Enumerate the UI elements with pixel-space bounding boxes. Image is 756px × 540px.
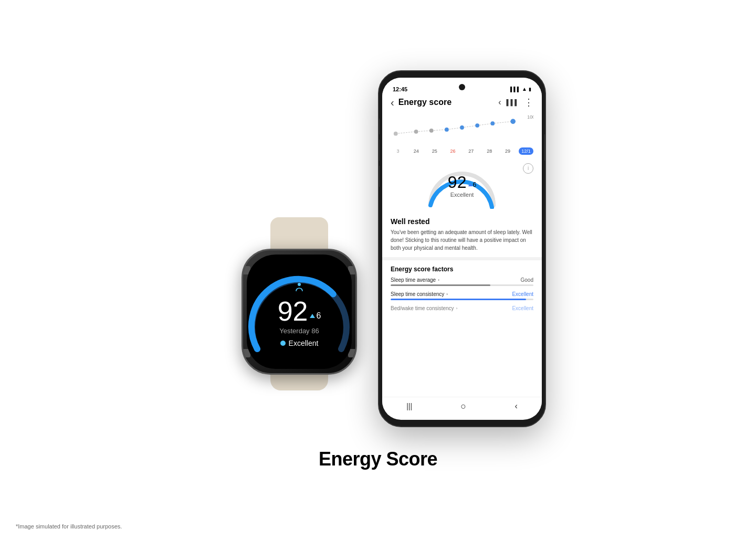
chart-date: 29 (500, 149, 515, 154)
chevron-icon: › (438, 278, 439, 282)
factor-sleep-time-consistency[interactable]: Sleep time consistency › Excellent (391, 291, 533, 300)
nav-home-icon[interactable]: ○ (460, 401, 466, 412)
chevron-icon-2: › (446, 292, 448, 297)
watch-score-row: 92 6 (278, 298, 321, 325)
gauge-center: 92 6 Excellent (448, 174, 476, 198)
chart-date: 3 (391, 149, 405, 154)
svg-point-4 (445, 128, 449, 132)
info-button[interactable]: i (523, 163, 533, 174)
svg-point-2 (414, 129, 418, 133)
chart-date: 24 (409, 149, 424, 154)
nav-back-icon[interactable]: ‹ (515, 401, 518, 411)
svg-point-1 (394, 131, 398, 135)
svg-text:100: 100 (527, 114, 533, 119)
factor-name-3: Bed/wake time consistency › (391, 305, 457, 311)
page-disclaimer: *Image simulated for illustrated purpose… (16, 523, 122, 530)
page-title: Energy Score (319, 448, 437, 470)
chart-button[interactable]: ▌▌▌ (507, 99, 519, 105)
gauge-delta: 6 (468, 181, 476, 188)
well-rested-title: Well rested (391, 217, 533, 226)
watch-status-dot-icon (280, 341, 286, 346)
watch-status-text: Excellent (289, 339, 319, 347)
chart-area: 100 3 24 25 26 27 28 29 12/1 (382, 112, 542, 159)
main-container: 92 6 Yesterday 86 (0, 0, 756, 540)
phone-silent-button (378, 119, 380, 134)
trend-chart: 100 (391, 112, 533, 143)
watch-delta-num: 6 (316, 311, 321, 321)
factors-title: Energy score factors (391, 266, 533, 273)
page-title-section: Energy Score (319, 448, 437, 470)
svg-point-5 (460, 125, 464, 130)
status-icons: ▌▌▌ ▲ ▮ (510, 86, 531, 92)
watch-score-main: 92 (278, 298, 308, 325)
menu-button[interactable]: ⋮ (524, 97, 533, 108)
chevron-icon-3: › (456, 306, 458, 311)
app-header: ‹ Energy score ‹ ▌▌▌ ⋮ (382, 94, 542, 112)
share-button[interactable]: ‹ (498, 98, 501, 107)
factor-value-3: Excellent (512, 305, 533, 311)
app-header-title: Energy score (398, 98, 452, 107)
factor-sleep-time-average[interactable]: Sleep time average › Good (391, 277, 533, 286)
svg-point-0 (298, 283, 301, 286)
factor-bar-1 (391, 284, 533, 286)
camera-notch (459, 84, 465, 90)
factor-bar-fill-2 (391, 299, 526, 300)
svg-point-7 (490, 121, 495, 125)
chart-date: 25 (427, 149, 442, 154)
factor-value-1: Good (521, 277, 533, 283)
gauge-wrapper: 92 6 Excellent (423, 164, 501, 209)
factor-bar-2 (391, 299, 533, 300)
battery-icon: ▮ (529, 87, 531, 92)
gauge-score-num: 92 (448, 174, 467, 190)
watch-delta-arrow-icon (310, 314, 315, 318)
svg-point-8 (510, 119, 516, 124)
nav-bar: ||| ○ ‹ (382, 397, 542, 416)
nav-menu-icon[interactable]: ||| (406, 402, 412, 410)
factor-row-1: Sleep time average › Good (391, 277, 533, 283)
chart-date-today: 12/1 (519, 147, 533, 155)
watch-yesterday: Yesterday 86 (279, 327, 319, 335)
gauge-up-arrow-icon (468, 183, 472, 186)
svg-point-6 (475, 123, 479, 128)
wifi-icon: ▲ (522, 86, 527, 92)
chart-date: 28 (482, 149, 497, 154)
factor-bar-fill-1 (391, 284, 490, 286)
phone-volume-up-button (378, 140, 380, 161)
factor-row-3: Bed/wake time consistency › Excellent (391, 305, 533, 311)
devices-area: 92 6 Yesterday 86 (210, 70, 546, 427)
watch-status-row: Excellent (280, 339, 319, 347)
signal-icon: ▌▌▌ (510, 87, 520, 92)
well-rested-description: You've been getting an adequate amount o… (391, 228, 533, 252)
factor-row-2: Sleep time consistency › Excellent (391, 291, 533, 297)
gauge-label: Excellent (448, 192, 476, 198)
factor-name-2: Sleep time consistency › (391, 291, 448, 297)
svg-point-3 (429, 128, 434, 132)
watch-score-delta: 6 (310, 311, 321, 321)
header-left: ‹ Energy score (391, 97, 452, 109)
watch-content: 92 6 Yesterday 86 (278, 281, 321, 347)
chart-dates: 3 24 25 26 27 28 29 12/1 (391, 147, 533, 155)
phone-screen: 12:45 ▌▌▌ ▲ ▮ ‹ Energy score (382, 78, 542, 420)
factors-section: Energy score factors Sleep time average … (382, 260, 542, 323)
phone-device: 12:45 ▌▌▌ ▲ ▮ ‹ Energy score (378, 70, 546, 427)
phone-body: 12:45 ▌▌▌ ▲ ▮ ‹ Energy score (378, 70, 546, 427)
watch-device: 92 6 Yesterday 86 (210, 217, 388, 427)
watch-case: 92 6 Yesterday 86 (242, 249, 357, 375)
factor-name-1: Sleep time average › (391, 277, 439, 283)
chart-date-highlight: 26 (446, 149, 460, 154)
factor-bedwake-consistency[interactable]: Bed/wake time consistency › Excellent (391, 305, 533, 313)
watch-person-icon (293, 281, 306, 297)
back-button[interactable]: ‹ (391, 97, 394, 109)
phone-power-button (544, 134, 546, 161)
score-section: i 92 (382, 159, 542, 213)
gauge-delta-num: 6 (472, 181, 476, 188)
chart-date: 27 (464, 149, 478, 154)
phone-volume-down-button (378, 166, 380, 187)
status-time: 12:45 (393, 86, 407, 92)
watch-screen: 92 6 Yesterday 86 (247, 255, 352, 369)
header-right: ‹ ▌▌▌ ⋮ (498, 97, 533, 108)
gauge-score-row: 92 6 (448, 174, 476, 190)
well-rested-section: Well rested You've been getting an adequ… (382, 213, 542, 257)
factor-value-2: Excellent (512, 291, 533, 297)
